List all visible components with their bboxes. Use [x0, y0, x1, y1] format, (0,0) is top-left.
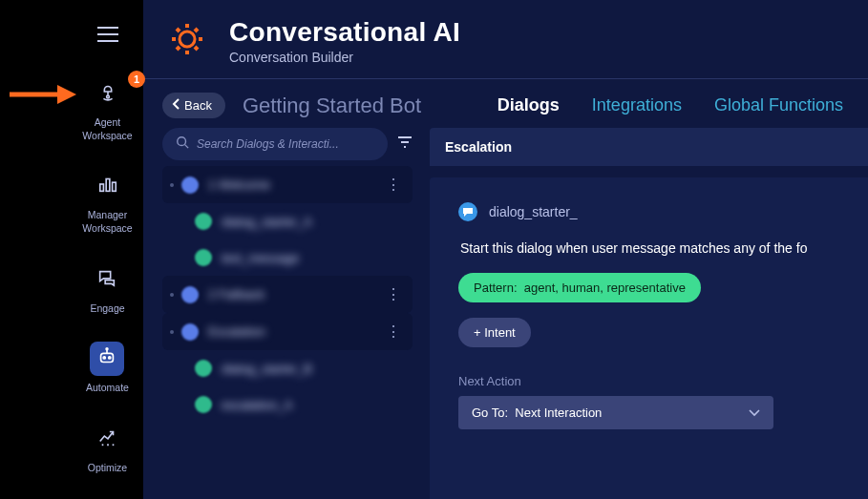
- nav-manager-workspace[interactable]: Manager Workspace: [72, 169, 143, 235]
- filter-icon[interactable]: [397, 135, 413, 153]
- app-header: Conversational AI Conversation Builder: [143, 0, 868, 78]
- search-icon: [176, 135, 189, 153]
- tab-dialogs[interactable]: Dialogs: [498, 95, 560, 115]
- dialog-label: text_message: [222, 251, 299, 265]
- drag-handle-icon[interactable]: [170, 183, 174, 187]
- canvas-header: Escalation: [430, 128, 868, 166]
- drag-handle-icon[interactable]: [170, 293, 174, 297]
- dialog-row[interactable]: 2 Fallback⋮: [162, 276, 413, 313]
- dialog-type-icon: [195, 396, 212, 413]
- kebab-menu-icon[interactable]: ⋮: [382, 285, 405, 303]
- svg-point-10: [104, 357, 106, 359]
- app-subtitle: Conversation Builder: [229, 50, 460, 65]
- nav-sidebar: 1 Agent Workspace Manager Workspace Enga…: [72, 0, 143, 499]
- pattern-value: agent, human, representative: [524, 281, 686, 295]
- headset-icon: [97, 81, 118, 106]
- search-box[interactable]: [162, 128, 388, 160]
- notification-badge: 1: [128, 71, 145, 88]
- starter-name: dialog_starter_: [489, 204, 578, 219]
- pattern-label: Pattern:: [474, 281, 518, 295]
- dialog-type-icon: [181, 323, 199, 341]
- svg-point-5: [106, 95, 109, 98]
- tab-global-functions[interactable]: Global Functions: [714, 95, 843, 115]
- svg-line-23: [195, 47, 198, 50]
- bot-name: Getting Started Bot: [243, 94, 421, 118]
- dialog-row[interactable]: 1 Welcome⋮: [162, 166, 413, 203]
- search-input[interactable]: [197, 137, 374, 151]
- svg-point-13: [107, 348, 109, 350]
- dialog-type-icon: [195, 360, 212, 377]
- canvas: Escalation dialog_starter_ Start this di…: [430, 128, 868, 499]
- svg-line-24: [177, 47, 180, 50]
- starter-prompt: Start this dialog when user message matc…: [458, 240, 839, 256]
- dialog-label: 1 Welcome: [208, 177, 270, 192]
- pointer-arrow: [10, 83, 76, 110]
- hamburger-icon[interactable]: [97, 27, 118, 46]
- nav-optimize[interactable]: Optimize: [88, 422, 127, 475]
- dialog-row[interactable]: Escalation⋮: [162, 313, 413, 350]
- dialog-row[interactable]: dialog_starter_A: [162, 203, 413, 239]
- kebab-menu-icon[interactable]: ⋮: [382, 176, 405, 194]
- next-action-select[interactable]: Go To: Next Interaction: [458, 396, 773, 429]
- nav-label: Engage: [90, 302, 124, 316]
- content: 1 Welcome⋮dialog_starter_Atext_message2 …: [143, 128, 868, 499]
- main-area: Conversational AI Conversation Builder B…: [143, 0, 868, 499]
- svg-point-17: [180, 31, 195, 47]
- kebab-menu-icon[interactable]: ⋮: [382, 322, 405, 341]
- dialog-row[interactable]: escalation_A: [162, 386, 413, 423]
- chat-icon: [96, 267, 117, 292]
- dialog-starter-icon: [458, 202, 477, 221]
- svg-rect-7: [106, 179, 110, 192]
- dialog-type-icon: [181, 286, 199, 303]
- trend-icon: [97, 426, 118, 451]
- next-action-prefix: Go To:: [472, 405, 508, 420]
- nav-label: Agent Workspace: [72, 116, 143, 142]
- robot-icon: [96, 346, 117, 371]
- tab-integrations[interactable]: Integrations: [592, 95, 682, 115]
- svg-line-25: [195, 29, 198, 31]
- dialog-label: escalation_A: [222, 398, 292, 412]
- pattern-pill[interactable]: Pattern: agent, human, representative: [458, 273, 701, 302]
- next-action-value: Next Interaction: [515, 405, 602, 420]
- nav-agent-workspace[interactable]: 1 Agent Workspace: [72, 76, 143, 142]
- nav-automate[interactable]: Automate: [86, 342, 129, 395]
- dialog-label: Escalation: [208, 324, 265, 339]
- toolbar: Back Getting Started Bot Dialogs Integra…: [143, 79, 868, 128]
- app-title: Conversational AI: [229, 17, 460, 48]
- svg-rect-6: [99, 184, 103, 191]
- svg-rect-8: [112, 182, 116, 191]
- svg-line-27: [185, 145, 189, 149]
- nav-label: Manager Workspace: [72, 209, 143, 235]
- dialog-label: dialog_starter_B: [222, 362, 312, 376]
- back-button[interactable]: Back: [162, 93, 225, 118]
- nav-label: Optimize: [88, 462, 127, 475]
- dialog-label: dialog_starter_A: [222, 215, 312, 229]
- next-action-label: Next Action: [458, 374, 839, 388]
- dialog-type-icon: [195, 249, 212, 266]
- tab-nav: Dialogs Integrations Global Functions: [498, 95, 843, 115]
- back-label: Back: [184, 98, 212, 113]
- svg-line-22: [177, 29, 180, 31]
- dialog-label: 2 Fallback: [208, 287, 265, 301]
- svg-point-26: [178, 137, 186, 146]
- dialog-type-icon: [181, 177, 199, 194]
- nav-engage[interactable]: Engage: [90, 262, 124, 316]
- chevron-down-icon: [749, 405, 760, 420]
- dialog-list: 1 Welcome⋮dialog_starter_Atext_message2 …: [162, 166, 413, 499]
- dialog-type-icon: [195, 213, 212, 230]
- add-intent-button[interactable]: + Intent: [458, 318, 531, 347]
- canvas-body: dialog_starter_ Start this dialog when u…: [430, 177, 868, 499]
- chevron-left-icon: [172, 98, 181, 113]
- dialog-row[interactable]: dialog_starter_B: [162, 350, 413, 386]
- drag-handle-icon[interactable]: [170, 330, 174, 334]
- dialog-row[interactable]: text_message: [162, 239, 413, 276]
- nav-label: Automate: [86, 382, 129, 395]
- svg-marker-1: [57, 85, 76, 104]
- gear-logo-icon: [168, 20, 206, 62]
- svg-point-11: [109, 357, 111, 359]
- bar-chart-icon: [97, 174, 118, 198]
- dialog-panel: 1 Welcome⋮dialog_starter_Atext_message2 …: [162, 128, 413, 499]
